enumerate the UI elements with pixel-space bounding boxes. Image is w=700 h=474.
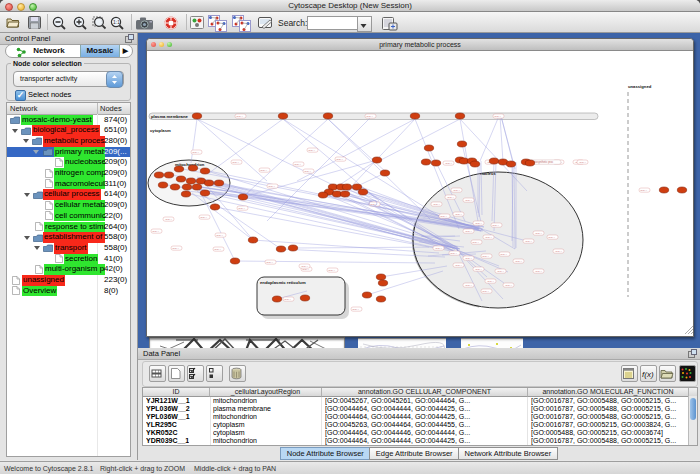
- svg-text:(GO..): (GO..): [525, 240, 532, 243]
- svg-text:(GO..): (GO..): [200, 216, 207, 219]
- svg-text:(GO..): (GO..): [455, 213, 462, 216]
- svg-text:(GO..): (GO..): [465, 284, 472, 287]
- svg-text:1:1: 1:1: [113, 19, 120, 25]
- svg-text:(GO..): (GO..): [304, 170, 311, 173]
- svg-text:(GO..): (GO..): [152, 230, 159, 233]
- svg-text:nucleus: nucleus: [480, 171, 496, 176]
- svg-text:(GO..): (GO..): [475, 222, 482, 225]
- svg-text:(GO..): (GO..): [492, 224, 499, 227]
- svg-text:(GO..): (GO..): [497, 270, 504, 273]
- svg-text:(GO..): (GO..): [453, 189, 460, 192]
- svg-text:endoplasmic reticulum: endoplasmic reticulum: [260, 280, 306, 285]
- svg-text:(GO..): (GO..): [308, 149, 315, 152]
- svg-text:(GO..): (GO..): [475, 268, 482, 271]
- svg-text:(GO..): (GO..): [500, 253, 507, 256]
- svg-text:(GO..): (GO..): [472, 241, 479, 244]
- svg-text:(GO..): (GO..): [555, 250, 562, 253]
- svg-text:(GO..): (GO..): [301, 265, 308, 268]
- svg-text:(GO..): (GO..): [482, 255, 489, 258]
- svg-text:(GO..): (GO..): [450, 252, 457, 255]
- svg-text:(GO..): (GO..): [487, 280, 494, 283]
- svg-text:(GO..): (GO..): [214, 248, 221, 251]
- svg-text:(GO..): (GO..): [284, 298, 291, 301]
- svg-text:(GO..): (GO..): [579, 161, 586, 164]
- svg-text:(GO..): (GO..): [447, 196, 454, 199]
- svg-text:(GO..): (GO..): [505, 284, 512, 287]
- svg-text:(GO..): (GO..): [465, 199, 472, 202]
- svg-text:(GO..): (GO..): [352, 308, 359, 311]
- svg-text:(GO..): (GO..): [366, 115, 373, 118]
- svg-text:plasma membrane: plasma membrane: [151, 114, 188, 119]
- svg-text:(GO..): (GO..): [328, 269, 335, 272]
- svg-text:(GO..): (GO..): [336, 158, 343, 161]
- svg-text:(GO..): (GO..): [445, 162, 452, 165]
- svg-text:(GO..): (GO..): [548, 236, 555, 239]
- svg-text:(GO..): (GO..): [485, 236, 492, 239]
- svg-text:(GO..): (GO..): [535, 232, 542, 235]
- svg-text:(GO..): (GO..): [494, 115, 501, 118]
- svg-text:(GO..): (GO..): [266, 261, 273, 264]
- svg-text:(GO..): (GO..): [515, 260, 522, 263]
- svg-text:(GO..): (GO..): [640, 189, 647, 192]
- svg-text:(GO..): (GO..): [535, 270, 542, 273]
- svg-text:(GO..): (GO..): [455, 264, 462, 267]
- svg-text:cytoplasm: cytoplasm: [150, 128, 171, 133]
- svg-text:f(x): f(x): [642, 370, 654, 379]
- svg-text:(GO..): (GO..): [433, 203, 440, 206]
- svg-text:(GO..): (GO..): [482, 290, 489, 293]
- svg-text:(GO..): (GO..): [302, 268, 309, 271]
- svg-text:(GO..): (GO..): [268, 185, 275, 188]
- svg-text:(GO..): (GO..): [192, 151, 199, 154]
- svg-text:(GO..): (GO..): [236, 115, 243, 118]
- svg-text:(GO..): (GO..): [165, 218, 172, 221]
- svg-text:(GO..): (GO..): [260, 169, 267, 172]
- svg-text:(GO..): (GO..): [232, 161, 239, 164]
- svg-text:(GO..): (GO..): [294, 163, 301, 166]
- svg-text:(GO..): (GO..): [465, 257, 472, 260]
- svg-text:(GO..): (GO..): [172, 247, 179, 250]
- svg-text:(GO..): (GO..): [440, 215, 447, 218]
- svg-text:(GO..): (GO..): [435, 247, 442, 250]
- svg-text:unassigned: unassigned: [628, 84, 652, 89]
- svg-text:(GO..): (GO..): [216, 234, 223, 237]
- svg-text:(GO..): (GO..): [238, 207, 245, 210]
- svg-text:(GO..): (GO..): [465, 230, 472, 233]
